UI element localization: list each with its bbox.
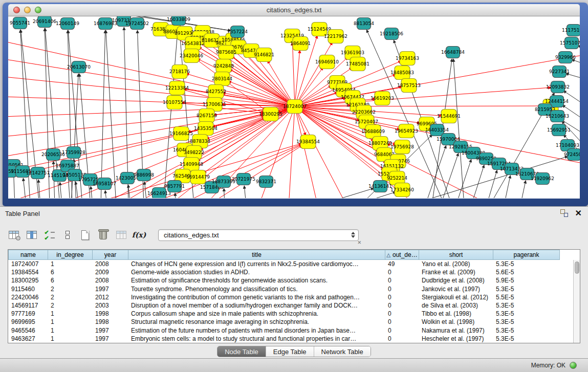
table-row[interactable]: 2242004622012Investigating the contribut…: [8, 293, 573, 301]
column-header-name[interactable]: name: [8, 250, 48, 260]
table-cell: 0: [385, 286, 419, 293]
graph-node-yellow[interactable]: 1864091: [290, 37, 311, 51]
select-all-columns-icon[interactable]: ✔ ✔: [43, 229, 55, 241]
graph-node-teal[interactable]: 15751074: [560, 37, 580, 49]
graph-node-teal[interactable]: 16648784: [441, 47, 465, 58]
table-cell: Corpus callosum shape and size in male p…: [128, 310, 385, 317]
row-height-icon[interactable]: [61, 229, 73, 241]
table-row[interactable]: 969969511998Structural magnetic resonanc…: [8, 318, 573, 326]
graph-node-label: 19654923: [395, 128, 418, 134]
graph-node-label: 19724502: [125, 21, 149, 26]
graph-node-yellow[interactable]: 9875685: [216, 46, 236, 59]
graph-node-teal[interactable]: 19218506: [380, 28, 403, 40]
minimize-window-button[interactable]: [24, 7, 31, 13]
tab-network-table[interactable]: Network Table: [314, 346, 371, 357]
table-cell: 5.3E-5: [493, 286, 559, 293]
citation-edge-black: [425, 145, 446, 198]
graph-node-yellow[interactable]: 18485083: [390, 66, 414, 80]
table-row[interactable]: 946554611997Estimation of the future num…: [8, 326, 573, 335]
graph-node-teal[interactable]: 14136141: [368, 181, 392, 192]
window-titlebar[interactable]: citations_edges.txt: [8, 4, 580, 16]
tab-node-table[interactable]: Node Table: [217, 346, 266, 357]
graph-node-teal[interactable]: 20691406: [33, 16, 56, 28]
graph-node-label: 18485083: [390, 70, 414, 75]
graph-node-label: 16033809: [167, 17, 190, 22]
graph-node-yellow[interactable]: 2803144: [212, 72, 232, 86]
table-row[interactable]: 911546021997Tourette syndrome. Phenomeno…: [8, 285, 573, 293]
graph-node-yellow[interactable]: 19734163: [396, 52, 419, 65]
table-cell: 49: [385, 260, 419, 268]
table-type-tabs: Node TableEdge TableNetwork Table: [217, 346, 371, 357]
graph-node-teal[interactable]: 12060149: [56, 18, 79, 30]
graph-node-teal[interactable]: 9055741: [10, 17, 30, 29]
graph-node-teal[interactable]: 17359928: [62, 147, 85, 159]
graph-node-yellow[interactable]: 8267150: [197, 109, 217, 123]
table-cell: Yano et al. (2008): [419, 260, 493, 268]
table-cell: 1: [48, 327, 92, 334]
graph-node-label: 16619203: [371, 96, 394, 101]
network-canvas[interactable]: 1872400718300295193845547163822886012889…: [8, 16, 580, 199]
graph-node-teal[interactable]: 11175107: [562, 25, 580, 36]
graph-node-yellow[interactable]: 2718176: [169, 65, 190, 79]
table-row[interactable]: 1456911722003Disruption of a novel membe…: [8, 301, 573, 310]
scrollbar-thumb[interactable]: [575, 261, 579, 274]
tab-edge-table[interactable]: Edge Table: [266, 346, 314, 357]
table-row[interactable]: 946362711997Embryonic stem cells: a mode…: [8, 335, 573, 343]
graph-node-teal[interactable]: 9227341: [549, 66, 570, 78]
graph-node-yellow[interactable]: 18757513: [397, 79, 421, 93]
table-row[interactable]: 977716911998Corpus callosum shape and si…: [8, 310, 573, 318]
graph-node-teal[interactable]: 12093832: [546, 81, 570, 93]
zoom-window-button[interactable]: [35, 7, 41, 13]
graph-node-yellow[interactable]: 16619203: [371, 92, 394, 105]
column-header-in_degree[interactable]: in_degree: [48, 250, 93, 260]
graph-node-yellow[interactable]: 16946910: [315, 55, 339, 69]
graph-node-yellow[interactable]: 9242848: [213, 59, 234, 73]
table-cell: 5.9E-5: [493, 277, 559, 284]
citation-edge-black: [471, 165, 484, 198]
table-selector-combobox[interactable]: citations_edges.txt: [158, 229, 359, 241]
graph-node-yellow[interactable]: 19654923: [395, 124, 418, 138]
close-panel-icon[interactable]: ✕: [575, 209, 582, 217]
graph-node-label: 18300295: [259, 112, 282, 117]
column-header-short[interactable]: short: [419, 250, 493, 260]
graph-node-label: 23420046: [180, 53, 203, 58]
table-vertical-scrollbar[interactable]: [573, 260, 580, 343]
close-window-button[interactable]: [13, 7, 20, 13]
graph-node-yellow[interactable]: 9146821: [254, 48, 274, 62]
table-settings-icon[interactable]: [8, 229, 19, 241]
graph-node-label: 16946910: [315, 59, 339, 64]
table-row[interactable]: 1830029562008Estimation of significance …: [8, 276, 573, 285]
graph-node-yellow[interactable]: 12213384: [165, 81, 189, 95]
graph-node-label: 19218506: [380, 31, 403, 36]
new-table-icon[interactable]: [79, 229, 91, 241]
graph-node-label: 20613070: [67, 64, 91, 70]
graph-node-label: 16914479: [186, 174, 210, 180]
column-visibility-icon[interactable]: [26, 229, 37, 241]
table-row[interactable]: 1938455462009Genome-wide association stu…: [8, 268, 573, 276]
table-row[interactable]: 1872400712008Changes of HCN gene express…: [8, 260, 573, 268]
graph-node-label: 12217962: [324, 34, 347, 39]
graph-node-teal[interactable]: 8813054: [354, 18, 374, 30]
graph-node-teal[interactable]: 9329966: [555, 52, 576, 63]
table-selector-value: citations_edges.txt: [164, 231, 351, 239]
graph-node-label: 18757513: [397, 83, 421, 88]
graph-node-yellow[interactable]: 19384554: [296, 135, 320, 149]
graph-node-label: 8878334: [190, 139, 210, 144]
delete-table-icon[interactable]: [97, 229, 109, 241]
graph-node-teal[interactable]: 15692951: [547, 124, 571, 136]
table-cell: 1997: [92, 335, 128, 342]
graph-node-label: 9227341: [549, 69, 570, 74]
column-header-title[interactable]: title: [128, 250, 385, 260]
graph-node-yellow[interactable]: 10107554: [163, 96, 186, 110]
citation-edge-black: [572, 59, 580, 67]
float-panel-icon[interactable]: [560, 209, 568, 217]
graph-node-teal[interactable]: 9832371: [256, 176, 276, 188]
graph-node-teal[interactable]: 20721975: [232, 173, 255, 185]
graph-node-yellow[interactable]: 23420046: [180, 49, 203, 63]
column-header-pagerank[interactable]: pagerank: [493, 250, 560, 260]
citation-edge-black: [76, 182, 79, 198]
graph-node-yellow[interactable]: 8427552: [206, 85, 226, 99]
column-header-year[interactable]: year: [92, 250, 128, 260]
column-header-out_de[interactable]: △out_de…: [385, 250, 419, 260]
function-builder-icon[interactable]: f(x): [133, 229, 145, 241]
